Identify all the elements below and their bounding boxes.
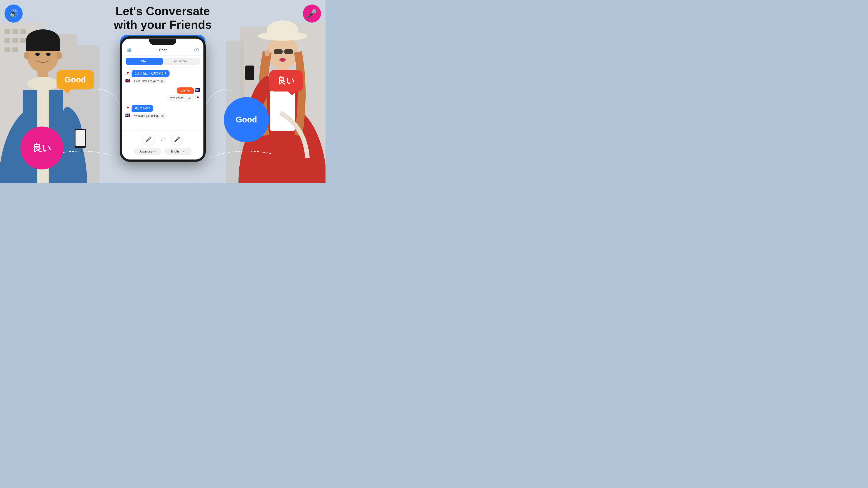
flag-jp-1 bbox=[125, 71, 130, 74]
svg-rect-20 bbox=[26, 39, 60, 51]
svg-point-41 bbox=[279, 58, 286, 62]
chat-header: ⚙️ Chat 🕐 bbox=[122, 45, 204, 56]
svg-rect-8 bbox=[12, 29, 18, 34]
bubble-yoi-pink: 良い bbox=[20, 127, 63, 169]
message-group-1: こんにちは！元気ですか？ Hello! How are you? 🔊 bbox=[125, 70, 200, 84]
bubble-yoi-red-text: 良い bbox=[277, 75, 295, 87]
flag-jp-3 bbox=[125, 106, 130, 109]
svg-rect-14 bbox=[12, 47, 18, 52]
phone-content: ⚙️ Chat 🕐 Chat Multi Chat bbox=[122, 45, 204, 160]
svg-rect-34 bbox=[270, 90, 295, 131]
svg-rect-38 bbox=[274, 49, 283, 54]
headline-line2: with your Friends bbox=[114, 18, 212, 31]
svg-point-37 bbox=[267, 20, 298, 41]
svg-rect-7 bbox=[4, 29, 10, 34]
svg-rect-9 bbox=[20, 29, 26, 34]
msg-1-jp-text: こんにちは！元気ですか？ bbox=[131, 70, 169, 77]
settings-icon[interactable]: ⚙️ bbox=[127, 48, 131, 53]
bubble-good-orange-text: Good bbox=[65, 75, 86, 85]
flag-uk-3 bbox=[125, 113, 130, 117]
messages-area: こんにちは！元気ですか？ Hello! How are you? 🔊 bbox=[122, 67, 204, 131]
msg-2-original: I am fine. bbox=[125, 88, 200, 94]
headline-line1: Let's Conversate bbox=[116, 4, 210, 18]
speaker-btn-1[interactable]: 🔊 bbox=[160, 79, 164, 83]
msg-1-original: こんにちは！元気ですか？ bbox=[125, 70, 200, 77]
mic-right-button[interactable]: 🎤 bbox=[172, 134, 182, 145]
mic-row: 🎤 ⇌ 🎤 bbox=[127, 134, 199, 145]
mic-icon: 🎤 bbox=[307, 9, 317, 18]
svg-point-22 bbox=[57, 52, 62, 59]
lang-row: Japanese ▼ English ▼ bbox=[127, 148, 199, 155]
svg-point-42 bbox=[265, 50, 270, 57]
bubble-yoi-pink-text: 良い bbox=[33, 142, 51, 154]
lang-select-right[interactable]: English ▼ bbox=[164, 148, 191, 155]
headline: Let's Conversate with your Friends bbox=[114, 4, 212, 32]
msg-3-original: 何してるの？ bbox=[125, 105, 200, 112]
msg-2-translated: 大丈夫です。 🔊 bbox=[125, 95, 200, 102]
tab-chat[interactable]: Chat bbox=[126, 58, 163, 65]
lang-select-left[interactable]: Japanese ▼ bbox=[134, 148, 161, 155]
phone-mockup: ⚙️ Chat 🕐 Chat Multi Chat bbox=[120, 36, 206, 162]
lang-left-label: Japanese bbox=[139, 150, 152, 153]
svg-point-26 bbox=[27, 77, 59, 90]
bubble-good-blue: Good bbox=[224, 97, 269, 142]
bubble-good-blue-text: Good bbox=[236, 115, 257, 125]
svg-point-24 bbox=[46, 53, 51, 56]
msg-2-en-text: I am fine. bbox=[177, 88, 194, 94]
tab-chat-label: Chat bbox=[141, 60, 148, 63]
svg-rect-12 bbox=[20, 38, 26, 43]
flag-jp-2 bbox=[195, 96, 200, 99]
tabs-container: Chat Multi Chat bbox=[122, 56, 204, 67]
msg-3-en-text: What are you doing? 🔊 bbox=[131, 113, 167, 119]
mic-left-button[interactable]: 🎤 bbox=[143, 134, 154, 145]
svg-rect-11 bbox=[12, 38, 18, 43]
speaker-btn-2[interactable]: 🔊 bbox=[188, 97, 191, 100]
svg-point-23 bbox=[35, 53, 40, 56]
lang-right-arrow: ▼ bbox=[183, 150, 185, 153]
tab-multi-chat[interactable]: Multi Chat bbox=[163, 58, 200, 65]
bubble-yoi-red: 良い bbox=[269, 70, 303, 92]
phone-bottom: 🎤 ⇌ 🎤 Japanese ▼ English ▼ bbox=[122, 131, 204, 160]
phone-frame: ⚙️ Chat 🕐 Chat Multi Chat bbox=[120, 36, 206, 162]
tab-multi-chat-label: Multi Chat bbox=[174, 60, 188, 63]
svg-rect-30 bbox=[75, 130, 85, 146]
history-icon[interactable]: 🕐 bbox=[194, 48, 199, 53]
speaker-icon-btn[interactable]: 🔊 bbox=[4, 4, 23, 23]
bubble-good-orange: Good bbox=[57, 70, 94, 90]
msg-1-en-text: Hello! How are you? 🔊 bbox=[131, 78, 166, 84]
mic-icon-btn[interactable]: 🎤 bbox=[303, 4, 321, 23]
svg-point-21 bbox=[24, 52, 29, 59]
svg-rect-10 bbox=[4, 38, 10, 43]
phone-notch bbox=[149, 39, 176, 45]
swap-icon[interactable]: ⇌ bbox=[161, 136, 165, 142]
lang-right-label: English bbox=[171, 150, 182, 153]
speaker-icon: 🔊 bbox=[8, 9, 19, 18]
svg-rect-39 bbox=[284, 49, 293, 54]
flag-uk-1 bbox=[125, 79, 130, 83]
msg-3-translated: What are you doing? 🔊 bbox=[125, 113, 200, 119]
flag-uk-2 bbox=[195, 88, 200, 92]
svg-rect-13 bbox=[4, 47, 10, 52]
message-group-3: 何してるの？ What are you doing? 🔊 bbox=[125, 105, 200, 119]
chat-header-title: Chat bbox=[159, 48, 167, 52]
svg-rect-46 bbox=[245, 66, 254, 80]
message-group-2: I am fine. 大丈夫です。 🔊 bbox=[125, 88, 200, 102]
msg-3-jp-text: 何してるの？ bbox=[131, 105, 153, 112]
tabs: Chat Multi Chat bbox=[126, 58, 200, 65]
msg-2-jp-text: 大丈夫です。 🔊 bbox=[167, 95, 194, 102]
lang-left-arrow: ▼ bbox=[154, 150, 156, 153]
msg-1-translated: Hello! How are you? 🔊 bbox=[125, 78, 200, 84]
speaker-btn-3[interactable]: 🔊 bbox=[161, 114, 164, 117]
